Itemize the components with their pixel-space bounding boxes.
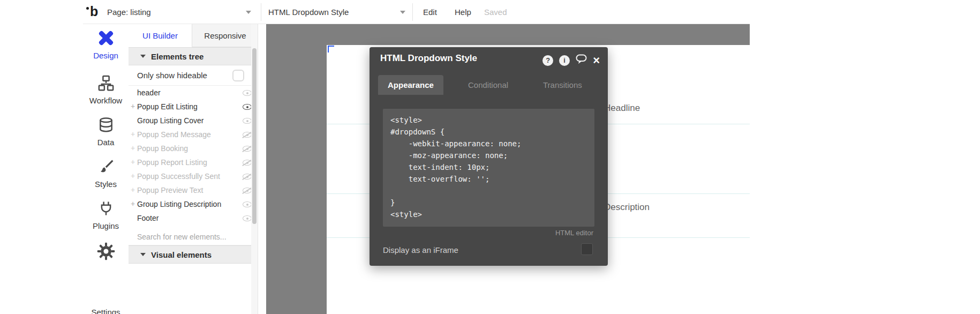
visual-elements-header[interactable]: Visual elements xyxy=(129,245,258,264)
modal-icon-row: ? i × xyxy=(542,54,600,66)
tree-item-label: Popup Successfully Sent xyxy=(137,172,220,181)
nav-item-design[interactable]: Design xyxy=(83,30,129,60)
tree-item-header[interactable]: header xyxy=(129,86,258,100)
code-line: text-indent: 10px; xyxy=(390,161,587,173)
close-icon[interactable]: × xyxy=(593,55,600,66)
only-show-hideable-checkbox[interactable] xyxy=(232,70,244,81)
chevron-down-icon[interactable] xyxy=(400,11,405,14)
help-menu[interactable]: Help xyxy=(455,8,471,17)
elements-tree-header[interactable]: Elements tree xyxy=(129,47,258,65)
tree-item-label: Popup Preview Text xyxy=(137,186,203,195)
code-line: -webkit-appearance: none; xyxy=(390,138,587,149)
code-line xyxy=(390,185,587,197)
tree-item-group-listing-description[interactable]: + Group Listing Description xyxy=(129,197,258,211)
visibility-eye-off-icon[interactable] xyxy=(243,188,252,193)
code-line: #dropdownS { xyxy=(390,126,587,138)
tree-item-label: Popup Report Listing xyxy=(137,158,207,167)
design-icon xyxy=(98,30,114,48)
tab-conditional[interactable]: Conditional xyxy=(458,75,518,95)
nav-item-workflow[interactable]: Workflow xyxy=(83,75,129,105)
expand-plus-icon[interactable]: + xyxy=(131,130,135,138)
data-icon xyxy=(98,117,114,135)
nav-item-data[interactable]: Data xyxy=(83,117,129,147)
modal-title: HTML Dropdown Style xyxy=(380,53,477,64)
expand-plus-icon[interactable]: + xyxy=(131,186,135,193)
help-icon[interactable]: ? xyxy=(542,55,553,66)
tab-responsive[interactable]: Responsive xyxy=(192,24,258,47)
nav-item-plugins[interactable]: Plugins xyxy=(83,200,129,230)
expand-plus-icon[interactable]: + xyxy=(131,172,135,180)
nav-label: Styles xyxy=(95,180,117,189)
tree-item-popup-successfully-sent[interactable]: + Popup Successfully Sent xyxy=(129,169,258,183)
workflow-icon xyxy=(98,75,114,93)
property-editor-modal: HTML Dropdown Style ? i × Appearance Con… xyxy=(370,47,608,266)
html-code-editor[interactable]: <style> #dropdownS { -webkit-appearance:… xyxy=(383,109,594,227)
nav-item-settings[interactable]: Settings xyxy=(83,242,129,314)
code-line: } xyxy=(390,197,587,208)
visibility-eye-icon[interactable] xyxy=(243,104,252,110)
visibility-eye-off-icon[interactable] xyxy=(243,160,252,166)
expand-plus-icon[interactable]: + xyxy=(131,200,135,207)
selection-handle[interactable] xyxy=(328,46,334,53)
expand-plus-icon[interactable]: + xyxy=(131,102,135,110)
tree-item-popup-send-message[interactable]: + Popup Send Message xyxy=(129,128,258,141)
visibility-eye-icon[interactable] xyxy=(243,90,252,96)
search-input[interactable] xyxy=(137,233,244,241)
elements-tree-list: header + Popup Edit Listing Group Listin… xyxy=(129,86,258,225)
code-line: <style> xyxy=(390,114,587,126)
tree-item-popup-report-listing[interactable]: + Popup Report Listing xyxy=(129,155,258,169)
tree-item-group-listing-cover[interactable]: Group Listing Cover xyxy=(129,114,258,128)
tree-item-popup-booking[interactable]: + Popup Booking xyxy=(129,141,258,155)
tree-item-label: Popup Edit Listing xyxy=(137,102,198,111)
only-show-hideable-row: Only show hideable xyxy=(129,65,258,86)
expand-plus-icon[interactable]: + xyxy=(131,158,135,166)
visibility-eye-off-icon[interactable] xyxy=(243,174,252,180)
nav-label: Data xyxy=(97,138,115,147)
code-line: -moz-appearance: none; xyxy=(390,149,587,161)
only-show-hideable-label: Only show hideable xyxy=(137,71,207,80)
visibility-eye-icon[interactable] xyxy=(243,201,252,207)
visibility-eye-off-icon[interactable] xyxy=(243,132,252,138)
settings-icon xyxy=(97,242,115,263)
expand-plus-icon[interactable]: + xyxy=(131,144,135,152)
collapse-caret-icon[interactable] xyxy=(140,253,146,256)
tree-item-footer[interactable]: Footer xyxy=(129,211,258,225)
collapse-caret-icon[interactable] xyxy=(140,55,146,58)
tree-item-popup-preview-text[interactable]: + Popup Preview Text xyxy=(129,183,258,197)
section-title: Visual elements xyxy=(151,250,212,259)
bubble-logo[interactable]: b xyxy=(90,4,98,19)
tab-transitions[interactable]: Transitions xyxy=(533,75,592,95)
styles-icon xyxy=(98,159,114,177)
tree-item-label: Group Listing Description xyxy=(137,200,221,208)
tree-item-label: Popup Booking xyxy=(137,144,188,153)
style-selector[interactable]: HTML Dropdown Style xyxy=(268,8,349,17)
visibility-eye-icon[interactable] xyxy=(243,215,252,221)
panel-scrollbar-thumb[interactable] xyxy=(252,48,257,224)
code-line: text-overflow: ''; xyxy=(390,173,587,185)
tab-ui-builder[interactable]: UI Builder xyxy=(129,24,192,47)
nav-item-styles[interactable]: Styles xyxy=(83,159,129,189)
visibility-eye-icon[interactable] xyxy=(243,118,252,124)
nav-label: Design xyxy=(93,51,118,60)
headline-element[interactable]: Headline xyxy=(604,103,640,114)
saved-status: Saved xyxy=(484,8,507,17)
bubble-logo-dot xyxy=(86,7,89,10)
visibility-eye-off-icon[interactable] xyxy=(243,146,252,152)
chevron-down-icon[interactable] xyxy=(246,11,251,14)
info-icon[interactable]: i xyxy=(559,55,570,66)
plugins-icon xyxy=(98,200,114,219)
tab-appearance[interactable]: Appearance xyxy=(378,75,443,95)
description-element[interactable]: Description xyxy=(604,202,650,213)
iframe-option-label: Display as an iFrame xyxy=(383,245,458,255)
search-row xyxy=(129,228,258,245)
tree-item-popup-edit-listing[interactable]: + Popup Edit Listing xyxy=(129,100,258,114)
page-selector[interactable]: Page: listing xyxy=(107,8,151,17)
bubble-editor: b Page: listing HTML Dropdown Style Edit… xyxy=(0,0,980,314)
edit-menu[interactable]: Edit xyxy=(423,8,437,17)
nav-label: Workflow xyxy=(89,96,122,105)
comment-icon[interactable] xyxy=(576,54,587,66)
tree-item-label: Group Listing Cover xyxy=(137,116,204,125)
nav-label: Settings xyxy=(91,308,120,314)
code-line: <style> xyxy=(390,208,587,220)
iframe-checkbox[interactable] xyxy=(581,243,593,255)
